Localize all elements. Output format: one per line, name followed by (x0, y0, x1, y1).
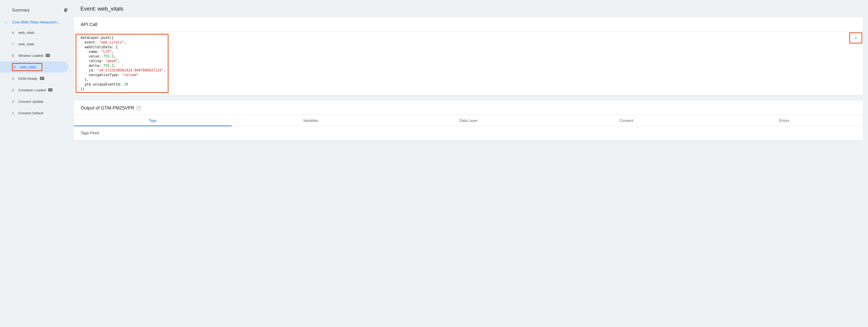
api-call-body: dataLayer.push({ event: "web_vitals", we… (74, 31, 863, 95)
event-item-6[interactable]: 6Window Loaded (0, 50, 68, 61)
output-tabs: TagsVariablesData LayerConsentErrors (74, 115, 863, 126)
event-label: web_vitals (19, 31, 34, 34)
event-number: 8 (12, 31, 19, 34)
event-item-5[interactable]: 5web_vitals (0, 61, 68, 73)
page-title: Event: web_vitals (73, 4, 863, 17)
event-label: DOM Ready (19, 77, 37, 81)
caret-down-icon (5, 21, 8, 24)
event-number: 2 (12, 99, 19, 103)
output-title: Output of GTM-PMZ5VPR (81, 105, 134, 111)
event-number: 3 (12, 88, 19, 92)
event-number: 4 (12, 77, 19, 81)
event-item-3[interactable]: 3Container Loaded (0, 84, 68, 96)
event-label: web_vitals (20, 65, 36, 69)
event-item-2[interactable]: 2Consent Update (0, 96, 68, 107)
event-item-8[interactable]: 8web_vitals (0, 27, 68, 38)
code-icon (40, 77, 44, 80)
api-call-header: API Call (74, 17, 863, 31)
event-number: 1 (12, 111, 19, 115)
code-icon (48, 88, 53, 92)
clear-events-button[interactable] (63, 7, 69, 13)
sidebar-header: Summary (0, 0, 73, 18)
tab-tags[interactable]: Tags (74, 115, 231, 126)
event-item-1[interactable]: 1Consent Default (0, 107, 68, 119)
tab-data-layer[interactable]: Data Layer (390, 115, 548, 126)
event-label: Consent Update (19, 99, 43, 103)
event-label: Container Loaded (19, 88, 46, 92)
chevron-up-icon (853, 35, 858, 40)
event-number: 6 (12, 54, 19, 58)
output-header: Output of GTM-PMZ5VPR ? (74, 100, 863, 115)
api-code: dataLayer.push({ event: "web_vitals", we… (81, 35, 165, 91)
svg-rect-0 (45, 54, 50, 57)
tab-body: Tags Fired (74, 126, 863, 140)
group-header[interactable]: Core Web Vitals measurem… (0, 18, 73, 27)
trash-icon (63, 8, 68, 13)
event-label: Window Loaded (19, 54, 43, 58)
tab-consent[interactable]: Consent (548, 115, 705, 126)
api-code-highlight: dataLayer.push({ event: "web_vitals", we… (75, 34, 168, 93)
event-number: 5 (13, 65, 20, 69)
event-label: web_vitals (19, 42, 34, 46)
api-call-card: API Call dataLayer.push({ event: "web_vi… (73, 17, 863, 95)
event-list: 8web_vitals7web_vitals6Window Loaded5web… (0, 27, 73, 119)
tags-fired-title: Tags Fired (81, 131, 856, 136)
sidebar: Summary Core Web Vitals measurem… 8web_v… (0, 0, 73, 327)
svg-rect-1 (40, 77, 44, 80)
tab-errors[interactable]: Errors (705, 115, 863, 126)
event-item-4[interactable]: 4DOM Ready (0, 73, 68, 84)
output-card: Output of GTM-PMZ5VPR ? TagsVariablesDat… (73, 100, 863, 140)
event-item-7[interactable]: 7web_vitals (0, 38, 68, 50)
api-call-title: API Call (81, 22, 97, 27)
event-number: 7 (12, 42, 19, 46)
group-label: Core Web Vitals measurem… (12, 20, 60, 24)
code-icon (45, 54, 50, 57)
svg-rect-2 (48, 88, 53, 91)
summary-title: Summary (12, 8, 30, 13)
event-label: Consent Default (19, 111, 43, 115)
tab-variables[interactable]: Variables (231, 115, 390, 126)
main-content: Event: web_vitals API Call dataLayer.pus… (73, 0, 868, 327)
help-icon[interactable]: ? (136, 106, 141, 110)
collapse-button[interactable] (849, 32, 862, 43)
